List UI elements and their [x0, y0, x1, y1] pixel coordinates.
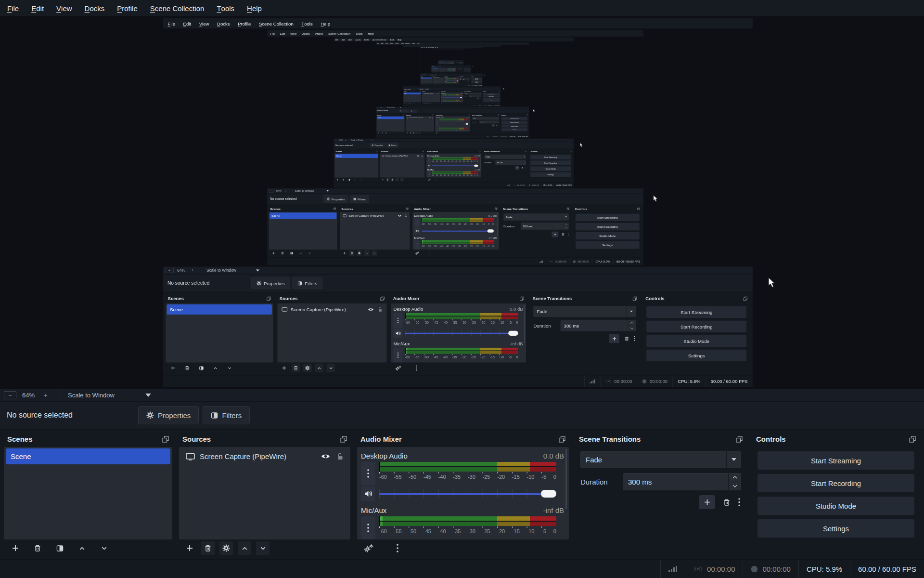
scene-list-item[interactable]: Scene: [438, 62, 443, 62]
volume-slider-handle[interactable]: [460, 97, 462, 98]
transition-select[interactable]: Fade: [464, 93, 481, 95]
chevron-down-icon[interactable]: [326, 190, 329, 192]
preview-area[interactable]: File Edit View Docks Profile Scene Colle…: [334, 42, 574, 139]
transition-menu-button[interactable]: [568, 233, 569, 236]
menu-edit[interactable]: Edit: [179, 18, 195, 29]
move-source-down-button[interactable]: [326, 364, 335, 372]
move-scene-down-button[interactable]: [225, 364, 234, 372]
move-scene-down-button[interactable]: [359, 178, 362, 182]
scene-list-item[interactable]: Scene: [432, 68, 439, 68]
mute-speaker-button[interactable]: [427, 164, 431, 168]
move-source-down-button[interactable]: [372, 250, 377, 256]
start-streaming-button[interactable]: Start Streaming: [530, 155, 571, 159]
mute-speaker-button[interactable]: [436, 123, 438, 125]
menu-edit[interactable]: Edit: [25, 0, 50, 16]
mixer-menu-button[interactable]: [444, 103, 446, 104]
popout-icon[interactable]: [736, 436, 743, 443]
zoom-out-button[interactable]: −: [377, 107, 379, 108]
volume-slider-handle[interactable]: [455, 69, 455, 70]
settings-button[interactable]: Settings: [471, 82, 482, 84]
menu-help[interactable]: Help: [365, 30, 376, 37]
add-source-button[interactable]: [342, 250, 347, 256]
move-scene-down-button[interactable]: [392, 132, 395, 134]
channel-menu-button[interactable]: [394, 348, 403, 363]
menu-view[interactable]: View: [50, 0, 78, 16]
start-streaming-button[interactable]: Start Streaming: [757, 451, 914, 470]
start-streaming-button[interactable]: Start Streaming: [483, 93, 500, 95]
duration-spinbox[interactable]: 300 ms: [462, 79, 471, 80]
start-streaming-button[interactable]: Start Streaming: [471, 78, 482, 79]
menu-help[interactable]: Help: [317, 18, 334, 29]
zoom-scale-mode-select[interactable]: Scale to Window: [295, 189, 314, 192]
properties-button[interactable]: Properties: [430, 75, 434, 76]
menu-tools[interactable]: Tools: [353, 30, 365, 37]
remove-scene-button[interactable]: [31, 541, 44, 555]
chevron-down-icon[interactable]: [418, 87, 419, 87]
popout-icon[interactable]: [267, 296, 271, 301]
popout-icon[interactable]: [498, 114, 499, 115]
start-streaming-button[interactable]: Start Streaming: [501, 117, 527, 120]
mixer-menu-button[interactable]: [391, 541, 404, 555]
popout-icon[interactable]: [495, 207, 498, 210]
volume-slider[interactable]: [432, 164, 478, 168]
move-source-down-button[interactable]: [418, 132, 421, 134]
menu-file[interactable]: File: [268, 30, 277, 37]
remove-transition-button[interactable]: [469, 81, 470, 81]
transition-select[interactable]: Fade: [484, 155, 526, 159]
transition-select[interactable]: Fade: [460, 78, 471, 79]
scene-list-item[interactable]: Scene: [6, 448, 170, 464]
mixer-menu-button[interactable]: [435, 178, 438, 182]
unlock-icon[interactable]: [446, 68, 446, 68]
zoom-in-button[interactable]: +: [40, 392, 51, 399]
add-scene-button[interactable]: [404, 103, 405, 104]
remove-transition-button[interactable]: [521, 167, 523, 169]
remove-transition-button[interactable]: [479, 98, 480, 99]
source-list-item[interactable]: Screen Capture (PipeWire): [433, 78, 444, 79]
move-source-down-button[interactable]: [400, 178, 403, 182]
studio-mode-button[interactable]: Studio Mode: [471, 80, 482, 82]
menu-profile[interactable]: Profile: [111, 0, 144, 16]
controls-panel-header[interactable]: Controls: [752, 431, 920, 447]
preview-area[interactable]: File Edit View Docks Profile Scene Colle…: [403, 47, 500, 86]
volume-slider-handle[interactable]: [488, 229, 494, 233]
mute-speaker-button[interactable]: [414, 228, 420, 234]
start-streaming-button[interactable]: Start Streaming: [576, 214, 640, 221]
audio-mixer-panel-header[interactable]: Audio Mixer: [390, 293, 526, 303]
popout-icon[interactable]: [439, 91, 439, 92]
zoom-in-button[interactable]: +: [283, 189, 288, 192]
zoom-out-button[interactable]: −: [334, 139, 338, 141]
add-scene-button[interactable]: [336, 178, 339, 182]
sources-panel-header[interactable]: Sources: [178, 431, 351, 447]
chevron-down-icon[interactable]: [256, 269, 260, 271]
settings-button[interactable]: Settings: [757, 519, 914, 538]
add-transition-button[interactable]: [467, 80, 468, 81]
volume-slider-handle[interactable]: [541, 490, 556, 498]
zoom-in-button[interactable]: +: [189, 268, 196, 273]
advanced-audio-button[interactable]: [362, 541, 375, 555]
popout-icon[interactable]: [376, 151, 378, 153]
start-recording-button[interactable]: Start Recording: [530, 160, 571, 165]
properties-button[interactable]: Properties: [323, 195, 348, 202]
studio-mode-button[interactable]: Studio Mode: [576, 232, 640, 239]
visibility-eye-icon[interactable]: [442, 78, 442, 78]
popout-icon[interactable]: [420, 91, 421, 92]
settings-button[interactable]: Settings: [576, 241, 640, 249]
popout-icon[interactable]: [403, 114, 404, 115]
visibility-eye-icon[interactable]: [437, 93, 438, 93]
advanced-audio-button[interactable]: [428, 178, 431, 182]
audio-mixer-panel-header[interactable]: Audio Mixer: [412, 206, 499, 212]
settings-button[interactable]: Settings: [501, 128, 527, 131]
channel-menu-button[interactable]: [394, 313, 403, 328]
properties-button[interactable]: Properties: [251, 277, 290, 289]
remove-transition-button[interactable]: [723, 499, 731, 506]
scene-transitions-panel-header[interactable]: Scene Transitions: [530, 293, 640, 303]
menu-tools[interactable]: Tools: [297, 18, 317, 29]
volume-slider[interactable]: [449, 63, 453, 63]
add-transition-button[interactable]: [609, 334, 619, 343]
zoom-out-button[interactable]: −: [166, 268, 174, 273]
channel-menu-button[interactable]: [361, 462, 375, 485]
move-source-down-button[interactable]: [430, 103, 432, 104]
menu-view[interactable]: View: [195, 18, 213, 29]
mute-speaker-button[interactable]: [394, 328, 403, 338]
studio-mode-button[interactable]: Studio Mode: [501, 124, 527, 127]
